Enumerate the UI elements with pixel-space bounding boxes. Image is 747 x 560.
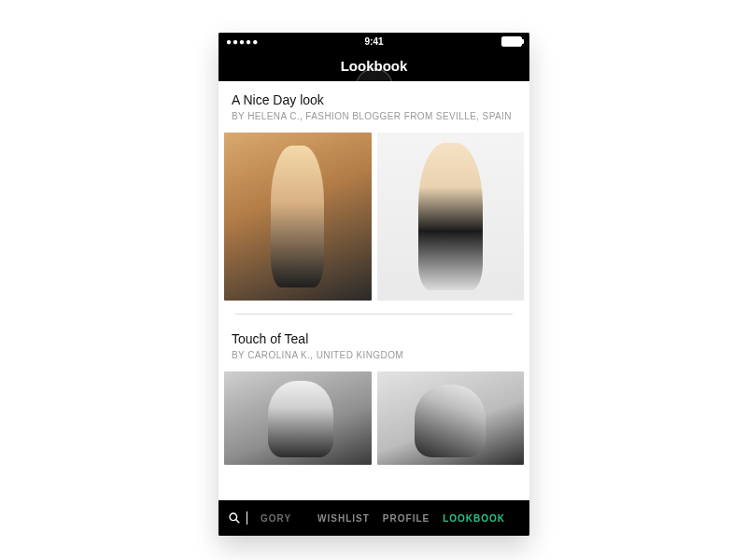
phone-frame: ●●●●● 9:41 Lookbook A Nice Day look BY H… <box>218 33 529 536</box>
lookbook-image[interactable] <box>224 371 372 465</box>
svg-line-1 <box>236 520 240 524</box>
search-cursor-icon <box>247 511 247 525</box>
battery-icon <box>501 36 522 47</box>
lookbook-card-images <box>218 129 529 301</box>
tab-lookbook[interactable]: LOOKBOOK <box>443 513 505 524</box>
nav-bar: Lookbook <box>218 49 529 81</box>
search-icon <box>228 511 241 525</box>
tab-profile[interactable]: PROFILE <box>383 513 430 524</box>
lookbook-image[interactable] <box>224 133 372 301</box>
search-button[interactable] <box>228 511 247 525</box>
lookbook-card-title: A Nice Day look <box>232 92 516 107</box>
tab-bar: GORY WISHLIST PROFILE LOOKBOOK <box>218 500 529 536</box>
lookbook-card[interactable]: Touch of Teal BY CAROLINA K., UNITED KIN… <box>218 320 529 465</box>
lookbook-feed: A Nice Day look BY HELENA C., FASHION BL… <box>218 81 529 465</box>
status-time: 9:41 <box>218 36 529 47</box>
lookbook-image[interactable] <box>377 371 525 465</box>
feed-scroll-area[interactable]: A Nice Day look BY HELENA C., FASHION BL… <box>218 81 529 500</box>
signal-dots-icon: ●●●●● <box>226 36 259 47</box>
lookbook-card-byline: BY HELENA C., FASHION BLOGGER FROM SEVIL… <box>232 111 516 121</box>
lookbook-card-title: Touch of Teal <box>232 331 516 346</box>
card-divider <box>235 314 513 315</box>
lookbook-card-header: Touch of Teal BY CAROLINA K., UNITED KIN… <box>218 320 529 368</box>
lookbook-image[interactable] <box>377 133 525 301</box>
lookbook-card-images <box>218 368 529 465</box>
svg-point-0 <box>230 513 237 521</box>
tab-wishlist[interactable]: WISHLIST <box>317 513 370 524</box>
page-title: Lookbook <box>341 58 408 74</box>
status-bar: ●●●●● 9:41 <box>218 33 529 49</box>
lookbook-card-byline: BY CAROLINA K., UNITED KINGDOM <box>232 350 516 360</box>
lookbook-card[interactable]: A Nice Day look BY HELENA C., FASHION BL… <box>218 81 529 301</box>
tab-category-partial[interactable]: GORY <box>261 513 291 524</box>
lookbook-card-header: A Nice Day look BY HELENA C., FASHION BL… <box>218 81 529 129</box>
canvas: ●●●●● 9:41 Lookbook A Nice Day look BY H… <box>0 0 747 560</box>
